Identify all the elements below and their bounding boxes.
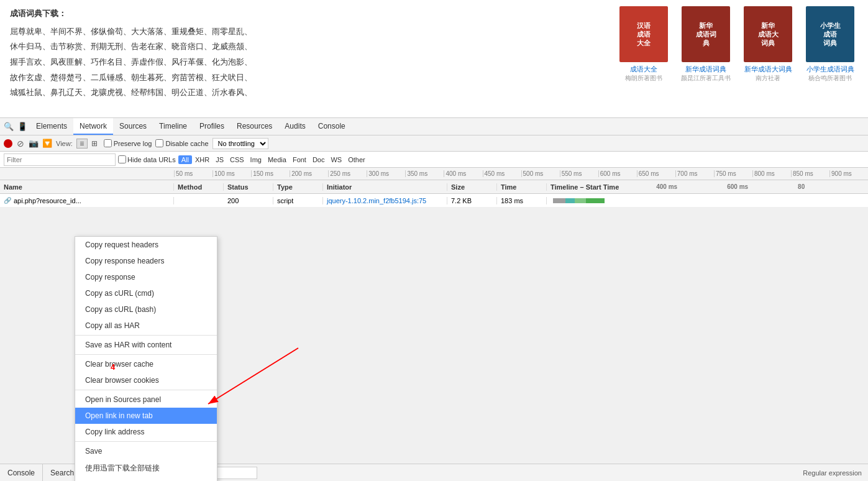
- filter-type-all[interactable]: All: [178, 155, 192, 164]
- ruler-mark: 150 ms: [251, 170, 290, 177]
- devtools-tab-sources[interactable]: Sources: [113, 118, 153, 135]
- book-publisher-book2: 颜昆江所著工具书: [681, 74, 731, 83]
- filter-type-css[interactable]: CSS: [227, 155, 247, 164]
- bottom-tab-console[interactable]: Console: [0, 464, 43, 481]
- cell-name: 🔗 api.php?resource_id...: [0, 197, 174, 204]
- devtools-tab-network[interactable]: Network: [73, 118, 113, 135]
- devtools-tab-elements[interactable]: Elements: [30, 118, 73, 135]
- book-publisher-book1: 梅朗所著图书: [625, 74, 662, 83]
- book-cover-book1: 汉语成语大全: [619, 6, 668, 62]
- stop-button[interactable]: ⊘: [16, 139, 25, 148]
- devtools-tab-profiles[interactable]: Profiles: [193, 118, 231, 135]
- ruler-mark: 350 ms: [405, 170, 444, 177]
- svg-line-1: [208, 348, 298, 404]
- filter-type-other[interactable]: Other: [345, 155, 368, 164]
- filter-input[interactable]: [4, 153, 116, 166]
- preserve-log-checkbox[interactable]: Preserve log: [104, 139, 152, 147]
- throttle-select[interactable]: No throttling: [212, 138, 268, 149]
- filter-type-font[interactable]: Font: [290, 155, 309, 164]
- filter-type-xhr[interactable]: XHR: [192, 155, 212, 164]
- disable-cache-checkbox[interactable]: Disable cache: [155, 139, 208, 147]
- book-title-book3[interactable]: 新华成语大词典: [744, 65, 792, 74]
- device-icon[interactable]: 📱: [16, 121, 29, 133]
- ruler-mark: 850 ms: [791, 170, 829, 177]
- filter-type-js[interactable]: JS: [212, 155, 227, 164]
- book-publisher-book3: 南方社著: [756, 74, 780, 83]
- book-cover-book4: 小学生成语词典: [806, 6, 854, 62]
- table-row[interactable]: 🔗 api.php?resource_id... 200 script jque…: [0, 194, 868, 208]
- cell-size: 7.2 KB: [447, 197, 497, 204]
- devtools-tabs: ElementsNetworkSourcesTimelineProfilesRe…: [30, 118, 352, 135]
- inspect-icon[interactable]: 🔍: [2, 121, 15, 133]
- context-menu-item-copy-response[interactable]: Copy response: [75, 269, 217, 285]
- devtools-tab-timeline[interactable]: Timeline: [153, 118, 193, 135]
- context-menu-item-clear-cache[interactable]: Clear browser cache: [75, 356, 217, 372]
- list-view-icon[interactable]: ≡: [76, 139, 88, 149]
- table-body: 🔗 api.php?resource_id... 200 script jque…: [0, 194, 868, 208]
- ruler-marks: 50 ms100 ms150 ms200 ms250 ms300 ms350 m…: [174, 170, 868, 177]
- camera-button[interactable]: 📷: [29, 139, 39, 148]
- cell-type: script: [273, 197, 323, 204]
- content-title: 成语词典下载：: [10, 6, 596, 22]
- content-lines: 屈尊就卑、半间不界、侈纵偷苟、大大落落、重规叠矩、雨零星乱、休牛归马、击节称赏、…: [10, 24, 596, 101]
- context-menu-item-copy-curl-bash[interactable]: Copy as cURL (bash): [75, 301, 217, 318]
- context-menu-separator: [75, 441, 217, 442]
- ruler-mark: 250 ms: [328, 170, 367, 177]
- col-header-timeline: Timeline – Start Time 400 ms 600 ms 80: [547, 183, 868, 191]
- col-header-initiator: Initiator: [323, 183, 447, 191]
- idiom-content: 成语词典下载： 屈尊就卑、半间不界、侈纵偷苟、大大落落、重规叠矩、雨零星乱、休牛…: [0, 0, 606, 117]
- view-label: View:: [56, 140, 73, 147]
- content-line: 故作玄虚、楚得楚弓、二瓜锤感、朝生暮死、穷苗苦根、狂犬吠日、: [10, 70, 596, 86]
- book-card-book4: 小学生成语词典小学生成语词典杨合鸣所著图书: [802, 6, 858, 83]
- context-menu-item-copy-link[interactable]: Copy link address: [75, 424, 217, 440]
- context-menu-item-copy-request-headers[interactable]: Copy request headers: [75, 237, 217, 253]
- col-header-size: Size: [447, 183, 497, 191]
- context-menu-separator: [75, 390, 217, 390]
- book-card-book1: 汉语成语大全成语大全梅朗所著图书: [616, 6, 672, 83]
- context-menu-item-save[interactable]: Save: [75, 443, 217, 459]
- content-line: 握手言欢、凤夜匪解、巧作名目、弄虚作假、风行革偃、化为泡影、: [10, 55, 596, 70]
- devtools-tab-resources[interactable]: Resources: [231, 118, 278, 135]
- ruler-mark: 50 ms: [174, 170, 212, 177]
- filter-type-media[interactable]: Media: [265, 155, 290, 164]
- filter-type-doc[interactable]: Doc: [309, 155, 328, 164]
- context-menu-item-copy-curl-cmd[interactable]: Copy as cURL (cmd): [75, 285, 217, 301]
- context-menu-item-properties[interactable]: 属性(P): [75, 477, 217, 481]
- context-menu-item-clear-cookies[interactable]: Clear browser cookies: [75, 372, 217, 388]
- book-list: 汉语成语大全成语大全梅朗所著图书新华成语词典新华成语词典颜昆江所著工具书新华成语…: [606, 0, 868, 117]
- book-title-book1[interactable]: 成语大全: [630, 65, 657, 74]
- ruler-mark: 400 ms: [444, 170, 482, 177]
- devtools-tab-audits[interactable]: Audits: [278, 118, 311, 135]
- col-header-type: Type: [273, 183, 323, 191]
- ruler-mark: 200 ms: [290, 170, 328, 177]
- ruler-mark: 900 ms: [829, 170, 868, 177]
- context-menu: Copy request headersCopy response header…: [75, 236, 217, 481]
- context-menu-item-open-new-tab[interactable]: Open link in new tab: [75, 408, 217, 424]
- filter-type-ws[interactable]: WS: [327, 155, 345, 164]
- context-menu-item-save-har[interactable]: Save as HAR with content: [75, 337, 217, 353]
- cell-initiator: jquery-1.10.2.min_f2fb5194.js:75: [323, 197, 447, 204]
- ruler-mark: 450 ms: [483, 170, 521, 177]
- context-menu-item-idm-download[interactable]: 使用迅雷下载全部链接: [75, 459, 217, 477]
- filter-type-img[interactable]: Img: [247, 155, 265, 164]
- context-menu-item-copy-har[interactable]: Copy all as HAR: [75, 318, 217, 334]
- devtools-tab-console[interactable]: Console: [312, 118, 352, 135]
- context-menu-item-open-sources[interactable]: Open in Sources panel: [75, 392, 217, 408]
- grid-view-icon[interactable]: ⊞: [89, 139, 100, 149]
- book-cover-book3: 新华成语大词典: [744, 6, 792, 62]
- context-menu-separator: [75, 354, 217, 355]
- ruler-mark: 550 ms: [560, 170, 598, 177]
- ruler-mark: 300 ms: [367, 170, 405, 177]
- book-title-book2[interactable]: 新华成语词典: [685, 65, 726, 74]
- context-menu-item-copy-response-headers[interactable]: Copy response headers: [75, 253, 217, 269]
- book-title-book4[interactable]: 小学生成语词典: [806, 65, 854, 74]
- context-menu-separator: [75, 335, 217, 336]
- hide-data-urls-checkbox[interactable]: Hide data URLs: [118, 155, 176, 163]
- content-line: 休牛归马、击节称赏、刑期无刑、告老在家、晓音痞口、龙威燕颔、: [10, 39, 596, 55]
- book-card-book2: 新华成语词典新华成语词典颜昆江所著工具书: [678, 6, 734, 83]
- cell-time: 183 ms: [497, 197, 547, 204]
- cell-waterfall: [547, 196, 868, 206]
- filter-button[interactable]: 🔽: [42, 139, 52, 148]
- devtools-tabbar: 🔍 📱 ElementsNetworkSourcesTimelineProfil…: [0, 118, 868, 135]
- record-button[interactable]: [4, 139, 12, 148]
